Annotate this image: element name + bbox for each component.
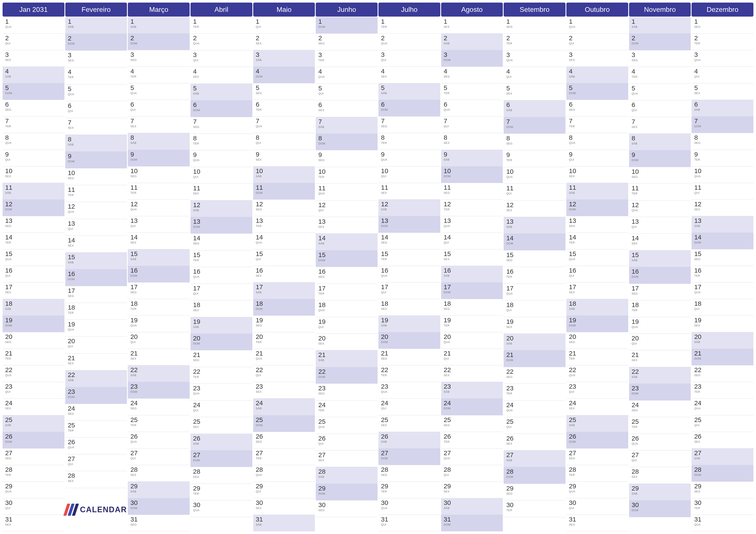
day-weekday: DOM <box>318 142 375 145</box>
day-weekday: SÁB <box>444 274 501 277</box>
day-weekday: DOM <box>193 342 250 345</box>
day-cell: 25SÁB <box>566 415 628 432</box>
day-weekday: SEG <box>694 25 751 28</box>
day-cell: 15SÁB <box>65 253 127 269</box>
day-number: 14 <box>694 234 751 241</box>
day-number: 5 <box>381 85 438 91</box>
day-cell: 19DOM <box>566 316 628 332</box>
day-weekday: QUA <box>444 224 501 228</box>
day-number: 9 <box>193 152 250 158</box>
day-weekday: QUA <box>130 91 187 95</box>
day-number: 31 <box>5 516 62 522</box>
day-cell: 17SEG <box>629 284 691 300</box>
day-cell: 3SEG <box>629 50 691 67</box>
day-number: 5 <box>193 85 250 91</box>
day-weekday: QUI <box>444 357 501 360</box>
day-cell: 7SÁB <box>316 117 378 134</box>
day-weekday: SEG <box>381 357 438 360</box>
day-number: 1 <box>130 18 187 25</box>
day-number: 23 <box>318 385 375 392</box>
day-cell: 10TER <box>316 167 378 184</box>
day-weekday: TER <box>444 91 501 95</box>
day-cell: 10SEG <box>65 168 127 185</box>
day-number: 25 <box>632 419 689 425</box>
day-number: 10 <box>694 168 751 174</box>
day-weekday: TER <box>569 125 626 128</box>
day-weekday: TER <box>381 490 438 493</box>
day-number: 18 <box>256 300 313 307</box>
empty-cell <box>629 517 691 531</box>
day-number: 10 <box>318 168 375 175</box>
day-number: 1 <box>256 18 313 25</box>
day-cell: 19SEX <box>691 316 753 332</box>
day-cell: 25QUI <box>691 415 753 432</box>
day-cell: 28TER <box>3 465 65 482</box>
day-number: 31 <box>444 516 501 522</box>
day-number: 7 <box>632 118 689 125</box>
day-cell: 11TER <box>65 185 127 202</box>
day-cell: 17SEX <box>3 283 65 299</box>
day-number: 20 <box>381 334 438 340</box>
day-cell: 13QUI <box>65 219 127 236</box>
day-weekday: SEX <box>130 241 187 244</box>
day-cell: 8TER <box>191 134 252 150</box>
day-number: 13 <box>632 218 689 225</box>
day-weekday: DOM <box>444 175 501 178</box>
day-cell: 10QUI <box>378 166 440 183</box>
day-number: 13 <box>506 218 563 225</box>
day-number: 27 <box>632 452 689 458</box>
month-column: Jan 20311QUA2QUI3SEX4SÁB5DOM6SEG7TER8QUA… <box>3 3 65 531</box>
day-number: 9 <box>68 153 125 159</box>
day-number: 7 <box>68 119 125 126</box>
day-weekday: DOM <box>193 109 250 112</box>
month-column: Março1SÁB2DOM3SEG4TER5QUA6QUI7SEX8SÁB9DO… <box>128 3 190 531</box>
day-number: 17 <box>569 284 626 290</box>
day-weekday: QUA <box>694 291 751 294</box>
day-weekday: SEG <box>444 75 501 78</box>
day-cell: 15TER <box>191 250 252 267</box>
day-number: 21 <box>318 352 375 358</box>
day-cell: 9DOM <box>128 150 190 166</box>
day-weekday: QUA <box>68 92 125 96</box>
day-number: 14 <box>256 234 313 241</box>
day-number: 8 <box>256 134 313 141</box>
day-number: 18 <box>569 300 626 307</box>
day-number: 28 <box>5 467 62 473</box>
day-cell: 8SÁB <box>629 134 691 150</box>
day-weekday: QUI <box>68 227 125 230</box>
day-cell: 16TER <box>504 267 565 284</box>
day-number: 23 <box>381 383 438 390</box>
day-number: 11 <box>694 184 751 191</box>
day-number: 17 <box>381 284 438 290</box>
day-cell: 28DOM <box>691 465 753 482</box>
day-cell: 24SEG <box>629 400 691 417</box>
day-number: 4 <box>5 68 62 74</box>
day-number: 29 <box>444 483 501 490</box>
day-cell: 18TER <box>128 299 190 316</box>
day-weekday: TER <box>694 390 751 394</box>
day-weekday: SEG <box>381 241 438 244</box>
day-weekday: TER <box>193 142 250 145</box>
day-number: 25 <box>130 417 187 423</box>
day-weekday: DOM <box>694 357 751 360</box>
day-number: 6 <box>694 101 751 108</box>
day-cell: 2QUA <box>378 34 440 50</box>
day-number: 28 <box>694 467 751 473</box>
day-weekday: SEX <box>444 141 501 144</box>
day-weekday: SEX <box>256 42 313 45</box>
day-number: 14 <box>444 234 501 241</box>
day-cell: 24QUA <box>504 400 565 417</box>
day-weekday: SÁB <box>506 459 563 462</box>
day-cell: 13SEX <box>316 217 378 234</box>
day-cell: 11TER <box>629 184 691 200</box>
day-weekday: TER <box>506 275 563 278</box>
day-weekday: DOM <box>632 392 689 395</box>
day-number: 6 <box>130 101 187 108</box>
day-weekday: TER <box>632 425 689 428</box>
day-number: 8 <box>694 134 751 141</box>
day-weekday: QUI <box>256 25 313 28</box>
day-cell: 6SÁB <box>691 100 753 116</box>
day-number: 4 <box>381 68 438 74</box>
day-weekday: QUA <box>256 357 313 360</box>
day-cell: 20TER <box>253 332 315 349</box>
